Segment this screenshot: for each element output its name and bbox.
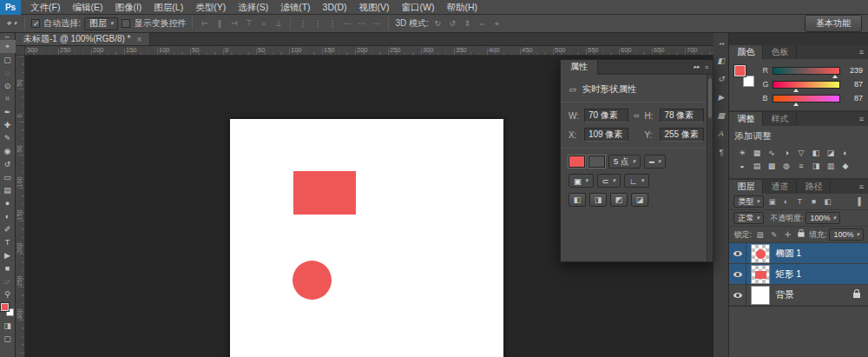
crop-tool[interactable]: ⌗ xyxy=(0,92,16,105)
subtract-shape-button[interactable]: ◨ xyxy=(589,193,607,207)
align-bottom-edges-icon[interactable]: ⊥ xyxy=(273,19,284,28)
menu-layer[interactable]: 图层(L) xyxy=(148,0,189,15)
menu-select[interactable]: 选择(S) xyxy=(232,0,274,15)
panel-menu-icon[interactable]: ≡ xyxy=(859,48,868,56)
y-field[interactable]: 255 像素 xyxy=(660,128,704,142)
eraser-tool[interactable]: ▭ xyxy=(0,170,16,183)
stroke-width-select[interactable]: 5 点 ▾ xyxy=(608,155,641,169)
layer-name[interactable]: 背景 xyxy=(775,289,793,301)
brightness-contrast-adjustment-icon[interactable]: ☀ xyxy=(734,146,749,159)
type-tool[interactable]: T xyxy=(0,235,16,248)
distribute-horizontal-centers-icon[interactable]: ⋯ xyxy=(356,19,367,28)
align-vertical-centers-icon[interactable]: = xyxy=(258,19,269,28)
shape-filter-icon[interactable]: ■ xyxy=(808,197,819,206)
distribute-top-edges-icon[interactable]: ⋮ xyxy=(297,19,308,28)
tab-styles[interactable]: 样式 xyxy=(763,112,797,126)
scrollbar-thumb[interactable] xyxy=(708,78,712,118)
align-horizontal-centers-icon[interactable]: ∥ xyxy=(214,19,225,28)
layer-visibility-toggle[interactable] xyxy=(729,243,746,264)
collapse-dock-icon[interactable]: ◂◂ xyxy=(713,36,728,49)
path-selection-tool[interactable]: ▶ xyxy=(0,248,16,261)
rectangle-tool[interactable]: ■ xyxy=(0,261,16,274)
tab-layers[interactable]: 图层 xyxy=(729,180,763,194)
tool-preset-picker[interactable]: ⌖ ▾ xyxy=(4,18,18,29)
threshold-adjustment-icon[interactable]: ◨ xyxy=(808,159,823,172)
stroke-align-select[interactable]: ▣ ▾ xyxy=(569,174,594,188)
styles-panel-icon[interactable]: ▦ xyxy=(713,109,728,122)
color-lookup-adjustment-icon[interactable]: ▩ xyxy=(764,159,779,172)
auto-select-target-select[interactable]: 图层 ▾ xyxy=(84,17,119,30)
ellipse-shape[interactable] xyxy=(293,261,332,300)
menu-view[interactable]: 视图(V) xyxy=(353,0,396,15)
exclude-shapes-button[interactable]: ◪ xyxy=(631,193,648,207)
workspace-button[interactable]: 基本功能 xyxy=(805,15,862,32)
document-canvas[interactable] xyxy=(230,119,503,357)
blend-mode-select[interactable]: 正常 ▾ xyxy=(733,212,764,224)
actions-panel-icon[interactable]: ▶ xyxy=(713,91,728,103)
3d-scale-icon[interactable]: ⌖ xyxy=(491,19,503,29)
paragraph-panel-icon[interactable]: ¶ xyxy=(713,146,728,158)
layer-thumbnail[interactable] xyxy=(751,286,770,305)
fill-color-swatch[interactable] xyxy=(569,155,585,168)
show-transform-checkbox[interactable] xyxy=(122,19,130,28)
layer-thumbnail[interactable] xyxy=(751,265,770,284)
move-tool[interactable]: ⌖ xyxy=(0,40,16,53)
red-channel-slider[interactable] xyxy=(773,67,840,75)
exposure-adjustment-icon[interactable]: ◑ xyxy=(779,146,793,159)
distribute-right-edges-icon[interactable]: ⋯ xyxy=(371,19,382,28)
pixel-filter-icon[interactable]: ▣ xyxy=(766,197,778,206)
stroke-color-swatch[interactable] xyxy=(589,155,605,168)
adjustment-filter-icon[interactable]: ◐ xyxy=(780,197,792,206)
intersect-shapes-button[interactable]: ◩ xyxy=(610,193,628,207)
pen-tool[interactable]: ✐ xyxy=(0,222,16,235)
history-panel-icon[interactable]: ↺ xyxy=(713,73,728,85)
tab-paths[interactable]: 路径 xyxy=(797,180,831,194)
3d-slide-icon[interactable]: ⇔ xyxy=(477,19,488,28)
stroke-caps-select[interactable]: ⊂ ▾ xyxy=(597,174,621,188)
collapse-panel-icon[interactable]: ▸▸ xyxy=(694,63,700,70)
opacity-select[interactable]: 100% ▾ xyxy=(806,212,840,224)
layer-visibility-toggle[interactable] xyxy=(729,264,746,285)
layer-row-background[interactable]: 背景 xyxy=(729,285,868,306)
horizontal-ruler[interactable]: 3002502001501005005010015020025030035040… xyxy=(25,46,713,56)
character-panel-icon[interactable]: A xyxy=(713,128,728,140)
panel-scrollbar[interactable] xyxy=(707,75,713,261)
menu-image[interactable]: 图像(I) xyxy=(108,0,148,15)
tab-properties[interactable]: 属性 xyxy=(561,60,598,75)
healing-brush-tool[interactable]: ✚ xyxy=(0,118,16,131)
background-color-swatch[interactable] xyxy=(743,76,754,87)
layer-thumbnail[interactable] xyxy=(751,244,770,263)
vertical-ruler[interactable]: 50050100150200250300 xyxy=(16,56,25,357)
layer-visibility-toggle[interactable] xyxy=(729,285,746,306)
adjustments-panel-icon[interactable]: ◧ xyxy=(713,55,728,67)
channel-mixer-adjustment-icon[interactable]: ▤ xyxy=(749,159,764,172)
tab-swatches[interactable]: 色板 xyxy=(763,45,797,59)
distribute-bottom-edges-icon[interactable]: ⋮ xyxy=(326,19,338,28)
document-tab[interactable]: 未标题-1 @ 100%(RGB/8) * × xyxy=(16,33,150,45)
slider-handle-icon[interactable] xyxy=(793,89,799,92)
menu-filter[interactable]: 滤镜(T) xyxy=(274,0,316,15)
link-dimensions-icon[interactable]: ∞ xyxy=(634,111,639,120)
height-field[interactable]: 78 像素 xyxy=(660,109,704,122)
layer-name[interactable]: 椭圆 1 xyxy=(775,248,801,260)
blur-tool[interactable]: ● xyxy=(0,196,16,209)
layer-row-rectangle-1[interactable]: 矩形 1 xyxy=(729,264,868,285)
panel-menu-icon[interactable]: ≡ xyxy=(705,64,708,70)
filter-type-select[interactable]: 类型 ▾ xyxy=(733,195,764,208)
green-channel-value[interactable]: 87 xyxy=(844,80,863,89)
stroke-type-select[interactable]: ━ ▾ xyxy=(644,155,666,169)
history-brush-tool[interactable]: ↺ xyxy=(0,157,16,170)
layer-name[interactable]: 矩形 1 xyxy=(775,268,801,281)
close-tab-icon[interactable]: × xyxy=(137,35,142,44)
tab-color[interactable]: 颜色 xyxy=(729,45,763,59)
x-field[interactable]: 109 像素 xyxy=(584,128,628,142)
dodge-tool[interactable]: ◐ xyxy=(0,209,16,222)
photo-filter-adjustment-icon[interactable]: ◒ xyxy=(734,159,749,172)
align-top-edges-icon[interactable]: ⊤ xyxy=(243,19,254,28)
vibrance-adjustment-icon[interactable]: ▽ xyxy=(793,146,808,159)
foreground-background-swatches[interactable] xyxy=(734,65,756,87)
blue-channel-value[interactable]: 87 xyxy=(844,94,863,102)
lock-position-icon[interactable]: ✛ xyxy=(782,230,793,239)
quick-mask-icon[interactable]: ◨ xyxy=(0,319,16,332)
menu-type[interactable]: 类型(Y) xyxy=(189,0,232,15)
